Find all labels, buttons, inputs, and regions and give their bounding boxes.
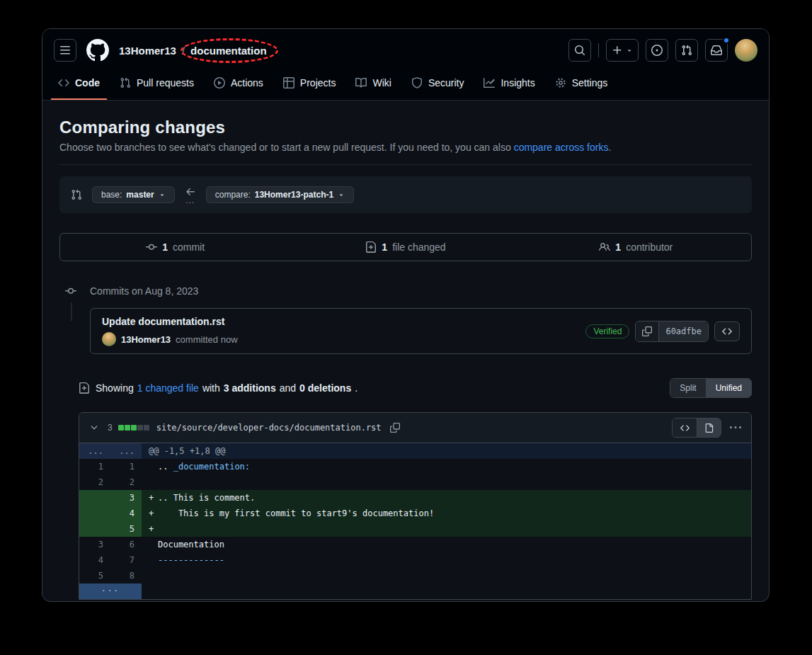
expand-row-filler <box>142 583 751 599</box>
source-view-button[interactable] <box>673 418 697 437</box>
graph-icon <box>484 77 495 89</box>
commit-actions: Verified 60adfbe <box>585 321 740 342</box>
shield-icon <box>411 77 423 89</box>
search-button[interactable] <box>568 39 591 62</box>
user-avatar[interactable] <box>735 39 757 62</box>
file-options-button[interactable] <box>727 422 744 433</box>
breadcrumb-separator: / <box>182 45 185 57</box>
commit-action-text: committed now <box>176 334 237 345</box>
copy-sha-button[interactable] <box>636 321 659 341</box>
old-line-number: 4 <box>79 552 110 568</box>
issues-button[interactable] <box>646 39 668 62</box>
chevron-down-icon <box>626 47 633 54</box>
compare-branch-selector[interactable]: compare: 13Homer13-patch-1 <box>206 186 354 203</box>
tab-security[interactable]: Security <box>404 67 471 100</box>
rendered-view-button[interactable] <box>697 418 721 437</box>
old-line-number: 3 <box>79 537 110 552</box>
line-sign: + <box>149 521 158 537</box>
old-line-number <box>79 521 110 537</box>
plus-icon <box>612 45 623 56</box>
files-changed-count: 1 <box>382 241 387 253</box>
tab-pull-requests[interactable]: Pull requests <box>113 67 201 100</box>
tab-label: Settings <box>572 77 608 89</box>
file-diff-icon <box>365 241 377 253</box>
stat-commits[interactable]: 1 commit <box>60 241 290 253</box>
base-branch-selector[interactable]: base: master <box>92 186 175 203</box>
tab-settings[interactable]: Settings <box>548 67 615 100</box>
header-actions <box>568 39 757 62</box>
changed-files-link[interactable]: 1 changed file <box>137 382 199 394</box>
compare-across-forks-link[interactable]: compare across forks <box>514 142 609 153</box>
collapse-file-button[interactable] <box>86 423 102 433</box>
stat-files-changed[interactable]: 1 file changed <box>290 241 520 253</box>
stat-contributors[interactable]: 1 contributor <box>521 241 751 253</box>
contributor-count: 1 <box>615 241 621 253</box>
tab-projects[interactable]: Projects <box>276 67 343 100</box>
diffstat-block-neutral <box>137 425 143 431</box>
diff-hunk-row: ... ... @@ -1,5 +1,8 @@ <box>79 443 751 459</box>
diffstat-block-added <box>125 425 130 431</box>
divider <box>59 164 752 165</box>
tab-label: Pull requests <box>137 77 194 89</box>
commit-author-link[interactable]: 13Homer13 <box>121 334 171 345</box>
breadcrumb-repo[interactable]: documentation <box>190 45 267 57</box>
commit-sha-button[interactable]: 60adfbe <box>659 321 708 341</box>
line-content: + <box>142 521 751 537</box>
create-new-button[interactable] <box>606 39 639 62</box>
file-path[interactable]: site/source/developer-docs/documentation… <box>156 423 382 433</box>
pull-requests-button[interactable] <box>675 39 698 62</box>
header-divider <box>598 43 599 57</box>
diff-line-addition: 3 +.. This is comment. <box>79 490 751 506</box>
commits-date-heading: Commits on Aug 8, 2023 <box>90 284 752 297</box>
verified-badge[interactable]: Verified <box>585 324 629 338</box>
repo-nav: Code Pull requests Actions Projects Wiki… <box>42 67 769 101</box>
github-logo[interactable] <box>86 39 109 62</box>
gear-icon <box>555 77 566 89</box>
unified-view-button[interactable]: Unified <box>706 379 751 397</box>
new-line-number: 6 <box>110 537 142 552</box>
commit-title-link[interactable]: Update documentation.rst <box>102 316 238 327</box>
book-icon <box>355 77 367 89</box>
commit-author-avatar[interactable] <box>102 332 116 346</box>
new-line-number: 7 <box>110 552 142 568</box>
commit-sha-group: 60adfbe <box>635 321 709 342</box>
tab-actions[interactable]: Actions <box>207 67 270 100</box>
tab-code[interactable]: Code <box>51 67 107 100</box>
line-content: Documentation <box>142 537 751 552</box>
git-commit-icon <box>65 285 76 297</box>
browse-code-button[interactable] <box>714 321 740 341</box>
line-sign: + <box>149 506 158 521</box>
expand-diff-button[interactable]: ··· <box>79 583 142 599</box>
copy-path-button[interactable] <box>387 423 403 433</box>
tab-label: Insights <box>501 77 534 89</box>
line-sign: + <box>149 490 158 506</box>
inbox-button[interactable] <box>705 39 728 62</box>
diffstat-block-added <box>118 425 124 431</box>
new-line-number: 8 <box>110 568 142 583</box>
diff-view-toggle: Split Unified <box>670 378 752 398</box>
line-content: ------------- <box>142 552 751 568</box>
kebab-horizontal-icon <box>730 422 741 433</box>
line-text: .. <box>158 462 173 472</box>
file-view-toggle <box>672 418 721 438</box>
old-line-number: 5 <box>79 568 110 583</box>
inbox-icon <box>711 45 722 56</box>
line-text-highlight: _documentation: <box>173 462 250 472</box>
subtitle-period: . <box>608 142 611 153</box>
commit-card: Update documentation.rst 13Homer13 commi… <box>90 308 752 354</box>
chevron-down-icon <box>159 191 166 198</box>
subtitle-text: Choose two branches to see what's change… <box>59 142 514 153</box>
breadcrumb-owner[interactable]: 13Homer13 <box>119 45 176 57</box>
search-icon <box>574 45 585 56</box>
chevron-down-icon <box>338 191 345 198</box>
split-view-button[interactable]: Split <box>670 379 705 397</box>
files-changed-label: file changed <box>392 241 446 253</box>
tab-insights[interactable]: Insights <box>476 67 542 100</box>
hamburger-menu-button[interactable] <box>54 39 76 62</box>
line-content <box>142 474 751 490</box>
chevron-down-icon <box>89 423 99 433</box>
tab-wiki[interactable]: Wiki <box>348 67 398 100</box>
code-icon <box>58 77 69 89</box>
github-window: 13Homer13 / documentation <box>42 28 770 602</box>
files-summary: Showing 1 changed file with 3 additions … <box>79 378 752 398</box>
